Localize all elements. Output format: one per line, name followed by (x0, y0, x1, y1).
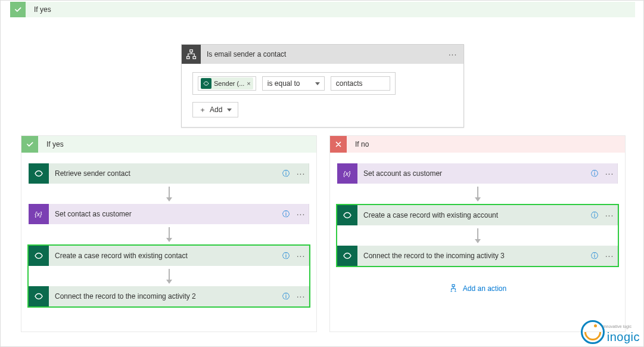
branch-header-no: If no (330, 136, 625, 153)
condition-row: Sender (... × is equal to contacts (192, 72, 396, 95)
condition-icon (182, 45, 201, 64)
connector-arrow (29, 184, 309, 204)
action-label: Connect the record to the incoming activ… (55, 292, 279, 300)
watermark-logo: inogic innovative logic (581, 320, 640, 344)
condition-value-input[interactable]: contacts (331, 76, 390, 91)
check-icon (10, 2, 26, 17)
action-menu-button[interactable]: ··· (293, 163, 309, 184)
connector-arrow (29, 224, 309, 244)
add-action-button[interactable]: Add an action (337, 284, 618, 293)
connector-arrow (337, 184, 618, 204)
logo-subtext: innovative logic (603, 324, 631, 329)
svg-rect-1 (187, 57, 190, 59)
dataverse-icon (29, 163, 49, 184)
action-set-account-as-customer[interactable]: {x} Set account as customer ⓘ ··· (337, 163, 618, 184)
branch-header-yes: If yes (21, 136, 316, 153)
action-menu-button[interactable]: ··· (293, 286, 309, 306)
help-icon[interactable]: ⓘ (279, 209, 293, 219)
condition-card[interactable]: Is email sender a contact ··· Sender (..… (181, 44, 464, 128)
condition-title: Is email sender a contact (207, 50, 286, 58)
dataverse-icon (29, 286, 49, 306)
logo-text: inogic (607, 330, 640, 344)
branch-no-label: If no (355, 140, 369, 148)
action-menu-button[interactable]: ··· (602, 163, 617, 184)
close-icon (330, 136, 347, 153)
action-retrieve-sender-contact[interactable]: Retrieve sender contact ⓘ ··· (29, 163, 309, 184)
help-icon[interactable]: ⓘ (279, 292, 293, 302)
add-action-label: Add an action (463, 284, 506, 293)
token-remove-icon[interactable]: × (247, 80, 250, 87)
action-menu-button[interactable]: ··· (602, 205, 617, 225)
help-icon[interactable]: ⓘ (587, 210, 602, 221)
condition-header[interactable]: Is email sender a contact ··· (182, 45, 463, 64)
action-create-case-with-account[interactable]: Create a case record with existing accou… (337, 205, 618, 225)
action-label: Retrieve sender contact (55, 169, 279, 178)
svg-rect-5 (452, 284, 455, 286)
action-label: Create a case record with existing accou… (363, 211, 587, 219)
outer-branch-header-yes: If yes (10, 2, 635, 17)
outer-branch-label: If yes (34, 5, 51, 14)
highlighted-steps-group: Create a case record with existing accou… (336, 204, 619, 267)
branch-no: If no {x} Set account as customer ⓘ ··· (329, 135, 626, 332)
highlighted-steps-group: Create a case record with existing conta… (27, 244, 310, 308)
operator-value: is equal to (267, 79, 300, 88)
help-icon[interactable]: ⓘ (587, 169, 602, 179)
variable-icon: {x} (29, 204, 49, 224)
help-icon[interactable]: ⓘ (587, 251, 602, 261)
action-connect-record-activity-2[interactable]: Connect the record to the incoming activ… (29, 286, 309, 306)
branch-yes-label: If yes (46, 140, 64, 148)
condition-menu-button[interactable]: ··· (444, 45, 461, 64)
dataverse-icon (201, 78, 211, 89)
dataverse-icon (29, 246, 49, 266)
dataverse-icon (337, 246, 357, 266)
connector-arrow (337, 225, 618, 246)
svg-text:{x}: {x} (35, 210, 42, 218)
check-icon (21, 136, 38, 153)
condition-value-text: contacts (336, 79, 363, 88)
help-icon[interactable]: ⓘ (279, 251, 293, 261)
dynamic-content-token[interactable]: Sender (... × (201, 78, 253, 89)
branch-yes: If yes Retrieve sender contact ⓘ ··· {x} (21, 135, 317, 332)
token-label: Sender (... (214, 80, 244, 87)
plus-icon: ＋ (199, 105, 206, 115)
condition-field-input[interactable]: Sender (... × (198, 76, 256, 91)
action-menu-button[interactable]: ··· (293, 204, 309, 224)
action-menu-button[interactable]: ··· (293, 246, 309, 266)
connector-arrow (29, 266, 309, 286)
action-set-contact-as-customer[interactable]: {x} Set contact as customer ⓘ ··· (29, 204, 309, 224)
svg-text:{x}: {x} (343, 170, 351, 177)
action-connect-record-activity-3[interactable]: Connect the record to the incoming activ… (337, 246, 618, 266)
condition-add-button[interactable]: ＋ Add (192, 102, 238, 117)
action-create-case-with-contact[interactable]: Create a case record with existing conta… (29, 246, 309, 266)
action-label: Connect the record to the incoming activ… (363, 252, 587, 260)
action-label: Set account as customer (363, 169, 587, 178)
add-label: Add (210, 106, 222, 114)
svg-rect-2 (193, 57, 196, 59)
dataverse-icon (337, 205, 357, 225)
add-action-icon (449, 284, 458, 293)
variable-icon: {x} (337, 163, 357, 184)
condition-operator-select[interactable]: is equal to (262, 76, 325, 91)
action-label: Set contact as customer (55, 210, 279, 218)
action-label: Create a case record with existing conta… (55, 252, 279, 260)
help-icon[interactable]: ⓘ (279, 169, 293, 179)
condition-body: Sender (... × is equal to contacts ＋ Add (182, 64, 463, 127)
action-menu-button[interactable]: ··· (602, 246, 617, 266)
svg-rect-0 (190, 50, 193, 52)
